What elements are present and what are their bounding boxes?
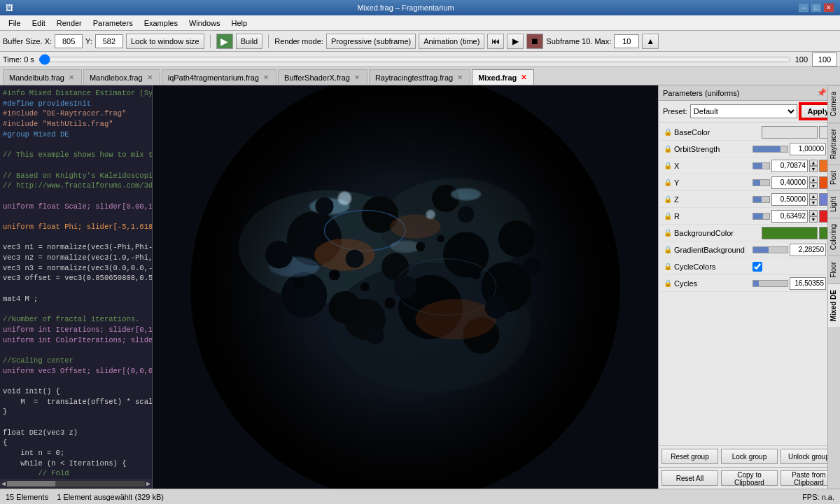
minimize-button[interactable]: ─: [798, 3, 809, 13]
param-value-x[interactable]: [771, 160, 808, 172]
param-value-bgcolor[interactable]: [762, 227, 818, 239]
menu-help[interactable]: Help: [226, 18, 253, 29]
scroll-left-icon[interactable]: ◀: [1, 479, 6, 488]
side-tab-light[interactable]: Light: [828, 190, 840, 218]
h-scrollbar-track[interactable]: [7, 481, 145, 486]
param-lock-bgcolor[interactable]: 🔒: [663, 228, 673, 238]
param-slider-orbitstrength[interactable]: [752, 146, 788, 153]
menu-render[interactable]: Render: [51, 18, 88, 29]
param-lock-x[interactable]: 🔒: [663, 161, 673, 171]
code-line: uniform float Phi; slider[-5,1.618,5]: [3, 222, 149, 232]
zoom-input[interactable]: [812, 52, 837, 66]
param-row-cyclecolors: 🔒 CycleColors: [660, 258, 839, 275]
rewind-button[interactable]: ⏮: [487, 34, 504, 49]
tab-buffer[interactable]: BufferShaderX.frag ✕: [278, 69, 368, 85]
tab-close-buffer[interactable]: ✕: [353, 74, 361, 82]
param-value-r[interactable]: [771, 210, 808, 223]
animation-button[interactable]: Animation (time): [419, 34, 484, 49]
param-value-basecolor[interactable]: [762, 126, 818, 139]
spindown-r[interactable]: ▼: [809, 216, 818, 223]
spindown-x[interactable]: ▼: [809, 166, 818, 172]
lock-window-button[interactable]: Lock to window size: [126, 34, 204, 49]
spinup-y[interactable]: ▲: [809, 176, 818, 183]
render-viewport[interactable]: [153, 85, 658, 489]
param-value-y[interactable]: [771, 176, 808, 189]
param-slider-x[interactable]: [752, 162, 770, 169]
sep2: [268, 34, 269, 48]
scroll-right-icon[interactable]: ▶: [146, 479, 150, 488]
reset-all-button[interactable]: Reset All: [662, 470, 718, 486]
param-lock-cycles[interactable]: 🔒: [663, 279, 673, 288]
build-button[interactable]: Build: [236, 34, 262, 49]
menu-examples[interactable]: Examples: [139, 18, 183, 29]
param-lock-r[interactable]: 🔒: [663, 211, 673, 221]
param-lock-gradientbg[interactable]: 🔒: [663, 245, 673, 255]
param-lock-basecolor[interactable]: 🔒: [663, 127, 673, 137]
window-controls: ─ □ ✕: [798, 3, 834, 13]
tab-close-mandlebox[interactable]: ✕: [146, 74, 154, 82]
param-lock-z[interactable]: 🔒: [663, 195, 673, 204]
spinup-r[interactable]: ▲: [809, 210, 818, 216]
side-tab-floor[interactable]: Floor: [828, 255, 840, 284]
param-slider-gradientbg[interactable]: [752, 246, 788, 253]
copy-clipboard-button[interactable]: Copy to Clipboard: [721, 470, 778, 486]
tab-mandelbulb[interactable]: Mandelbulb.frag ✕: [3, 69, 82, 85]
footer-buttons: Reset All Copy to Clipboard Paste from C…: [659, 467, 840, 489]
param-lock-cyclecolors[interactable]: 🔒: [663, 262, 673, 272]
menu-edit[interactable]: Edit: [27, 18, 51, 29]
tab-iqpath[interactable]: iqPath4fragmentarium.frag ✕: [162, 69, 276, 85]
code-line: [3, 160, 149, 171]
render-mode-button[interactable]: Progressive (subframe): [326, 34, 416, 49]
tab-close-iqpath[interactable]: ✕: [262, 74, 270, 82]
menu-windows[interactable]: Windows: [183, 18, 226, 29]
maximize-button[interactable]: □: [811, 3, 822, 13]
tab-close-mixed[interactable]: ✕: [519, 74, 528, 82]
param-slider-z[interactable]: [752, 196, 770, 203]
time-slider[interactable]: [38, 55, 791, 64]
tab-raytracing[interactable]: Raytracingtestfrag.frag ✕: [369, 69, 470, 85]
subframe-max-input[interactable]: [614, 34, 639, 48]
lock-group-button[interactable]: Lock group: [721, 449, 778, 464]
tab-mixed[interactable]: Mixed.frag ✕: [472, 69, 534, 85]
menu-file[interactable]: File: [3, 18, 27, 29]
param-value-orbitstrength[interactable]: [790, 143, 826, 155]
preset-select[interactable]: Default: [690, 104, 798, 118]
spindown-y[interactable]: ▼: [809, 183, 818, 189]
reset-group-button[interactable]: Reset group: [662, 449, 718, 464]
param-lock-y[interactable]: 🔒: [663, 178, 673, 188]
spinup-z[interactable]: ▲: [809, 193, 818, 200]
play-button[interactable]: ▶: [216, 34, 233, 49]
params-pin-icon[interactable]: 📌: [817, 88, 827, 97]
cyclecolors-checkbox[interactable]: [752, 262, 762, 272]
close-button[interactable]: ✕: [823, 3, 834, 13]
buffer-y-input[interactable]: [95, 34, 123, 48]
time-bar: Time: 0 s 100: [0, 52, 840, 67]
side-tab-raytracer[interactable]: Raytracer: [828, 122, 840, 164]
tab-mandlebox[interactable]: Mandlebox.frag ✕: [83, 69, 160, 85]
side-tab-post[interactable]: Post: [828, 164, 840, 190]
tab-close-mandelbulb[interactable]: ✕: [67, 74, 76, 82]
spinup-x[interactable]: ▲: [809, 160, 818, 166]
tab-close-raytracing[interactable]: ✕: [456, 74, 464, 82]
param-lock-orbitstrength[interactable]: 🔒: [663, 144, 673, 154]
subframe-up[interactable]: ▲: [642, 34, 659, 49]
side-tabs: Camera Raytracer Post Light Coloring Flo…: [827, 85, 840, 489]
param-value-cycles[interactable]: [790, 277, 826, 290]
code-line: //Scaling center: [3, 356, 149, 366]
side-tab-coloring[interactable]: Coloring: [828, 218, 840, 255]
h-scrollbar-thumb[interactable]: [7, 481, 55, 486]
spindown-z[interactable]: ▼: [809, 200, 818, 206]
code-line: [3, 284, 149, 294]
menu-parameters[interactable]: Parameters: [88, 18, 139, 29]
stop-button[interactable]: ⏹: [526, 34, 543, 49]
code-editor[interactable]: #info Mixed Distance Estimator (Syntc #d…: [0, 85, 152, 477]
param-slider-cycles[interactable]: [752, 280, 788, 287]
side-tab-mixed-de[interactable]: Mixed DE: [828, 284, 840, 327]
side-tab-camera[interactable]: Camera: [828, 85, 840, 122]
param-value-gradientbg[interactable]: [790, 244, 826, 256]
param-value-z[interactable]: [771, 193, 808, 206]
param-slider-y[interactable]: [752, 179, 770, 186]
param-slider-r[interactable]: [752, 213, 770, 220]
buffer-x-input[interactable]: [55, 34, 83, 48]
play-forward-button[interactable]: ▶: [507, 34, 524, 49]
